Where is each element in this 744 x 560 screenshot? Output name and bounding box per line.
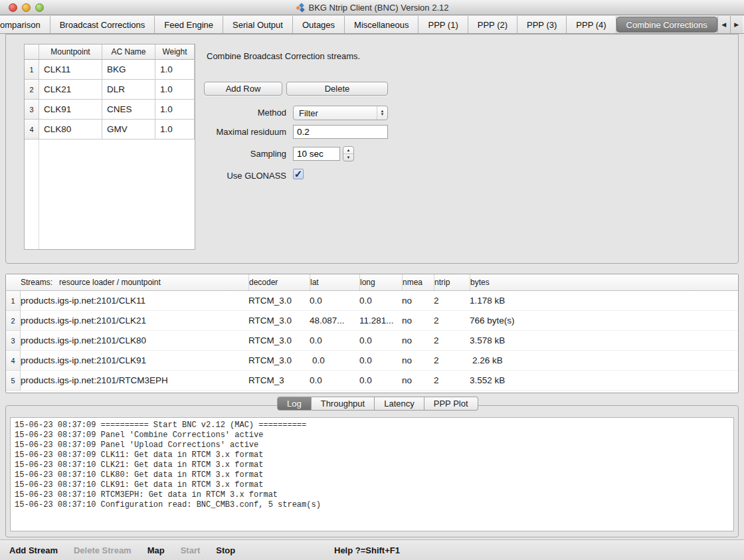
tab-latency[interactable]: Latency <box>375 397 424 411</box>
header-nmea: nmea <box>402 274 434 290</box>
add-stream-button[interactable]: Add Stream <box>9 545 58 555</box>
method-select[interactable]: Filter ▲▼ <box>293 106 388 120</box>
tab-ppp-1[interactable]: PPP (1) <box>418 16 468 33</box>
mountpoint-table[interactable]: Mountpoint AC Name Weight 1 CLK11 BKG 1.… <box>24 44 195 250</box>
cell-nmea: no <box>402 331 434 351</box>
panel-description: Combine Broadcast Correction streams. <box>207 51 360 61</box>
sampling-stepper[interactable]: ▲ ▼ <box>343 146 354 161</box>
sampling-input[interactable] <box>293 147 340 161</box>
header-ntrip: ntrip <box>434 274 470 290</box>
log-line: 15-06-23 08:37:09 ========== Start BNC v… <box>15 420 733 430</box>
use-glonass-checkbox[interactable]: ✓ <box>293 169 304 179</box>
cell-mountpoint[interactable]: CLK91 <box>39 100 102 120</box>
row-number: 3 <box>25 100 39 120</box>
corner-header-cell <box>6 274 21 290</box>
log-line: 15-06-23 08:37:10 CLK80: Get data in RTC… <box>15 470 733 480</box>
tab-outages[interactable]: Outages <box>293 16 345 33</box>
stepper-down-icon[interactable]: ▼ <box>343 154 353 161</box>
cell-bytes: 3.552 kB <box>470 371 738 391</box>
scroll-left-icon: ◀ <box>721 21 726 28</box>
cell-ac-name[interactable]: GMV <box>102 120 155 140</box>
log-tab-bar: Log Throughput Latency PPP Plot <box>277 397 478 411</box>
cell-decoder: RTCM_3 <box>248 371 310 391</box>
tab-throughput[interactable]: Throughput <box>312 397 375 411</box>
cell-lat: 0.0 <box>310 371 359 391</box>
header-mountpoint: Streams: resource loader / mountpoint <box>21 274 248 290</box>
tab-feed-engine[interactable]: Feed Engine <box>155 16 223 33</box>
cell-long: 0.0 <box>359 331 402 351</box>
stream-row[interactable]: 3 products.igs-ip.net:2101/CLK80 RTCM_3.… <box>6 331 738 351</box>
cell-mountpoint[interactable]: CLK80 <box>39 120 102 140</box>
cell-nmea: no <box>402 351 434 371</box>
sampling-label: Sampling <box>165 149 286 159</box>
streams-table-header: Streams: resource loader / mountpoint de… <box>6 274 738 291</box>
stream-row[interactable]: 1 products.igs-ip.net:2101/CLK11 RTCM_3.… <box>6 291 738 311</box>
row-number: 2 <box>25 80 39 100</box>
tab-serial-output[interactable]: Serial Output <box>223 16 293 33</box>
cell-ac-name[interactable]: DLR <box>102 80 155 100</box>
cell-nmea: no <box>402 291 434 311</box>
cell-nmea: no <box>402 311 434 331</box>
cell-mountpoint: products.igs-ip.net:2101/CLK21 <box>21 311 248 331</box>
cell-nmea: no <box>402 371 434 391</box>
log-panel: 15-06-23 08:37:09 ========== Start BNC v… <box>5 405 739 537</box>
cell-weight[interactable]: 1.0 <box>155 80 195 100</box>
table-row[interactable]: 2 CLK21 DLR 1.0 <box>25 80 195 100</box>
header-ac-name: AC Name <box>102 45 155 60</box>
cell-ac-name[interactable]: CNES <box>102 100 155 120</box>
cell-decoder: RTCM_3.0 <box>248 331 310 351</box>
bottom-toolbar: Add Stream Delete Stream Map Start Stop … <box>0 539 744 560</box>
add-row-button[interactable]: Add Row <box>204 82 282 96</box>
tab-combine-corrections[interactable]: Combine Corrections <box>616 17 717 33</box>
use-glonass-label: Use GLONASS <box>165 171 286 181</box>
log-line: 15-06-23 08:37:10 CLK91: Get data in RTC… <box>15 480 733 490</box>
app-icon <box>296 3 306 13</box>
method-label: Method <box>165 108 286 118</box>
maximal-residuum-input[interactable] <box>293 125 388 139</box>
log-view[interactable]: 15-06-23 08:37:09 ========== Start BNC v… <box>10 417 734 531</box>
cell-bytes: 766 byte(s) <box>470 311 738 331</box>
tab-scroll-left-button[interactable]: ◀ <box>717 16 730 33</box>
stream-row[interactable]: 2 products.igs-ip.net:2101/CLK21 RTCM_3.… <box>6 311 738 331</box>
map-button[interactable]: Map <box>147 545 165 555</box>
combine-corrections-panel: Mountpoint AC Name Weight 1 CLK11 BKG 1.… <box>5 34 739 264</box>
row-number-strip <box>25 140 39 249</box>
row-number: 1 <box>6 291 21 311</box>
delete-button[interactable]: Delete <box>286 82 388 96</box>
cell-weight[interactable]: 1.0 <box>155 60 195 80</box>
tab-ppp-3[interactable]: PPP (3) <box>517 16 567 33</box>
tab-broadcast-corrections[interactable]: Broadcast Corrections <box>50 16 155 33</box>
table-row[interactable]: 1 CLK11 BKG 1.0 <box>25 60 195 80</box>
header-long: long <box>359 274 402 290</box>
stream-row[interactable]: 5 products.igs-ip.net:2101/RTCM3EPH RTCM… <box>6 371 738 391</box>
stop-button[interactable]: Stop <box>216 545 235 555</box>
maximal-residuum-label: Maximal residuum <box>165 127 286 137</box>
cell-long: 0.0 <box>359 371 402 391</box>
tab-ppp-plot[interactable]: PPP Plot <box>424 397 478 411</box>
cell-ntrip: 2 <box>434 291 470 311</box>
cell-ntrip: 2 <box>434 331 470 351</box>
corner-header-cell <box>25 45 39 60</box>
tab-miscellaneous[interactable]: Miscellaneous <box>345 16 418 33</box>
cell-long: 0.0 <box>359 291 402 311</box>
tab-ppp-2[interactable]: PPP (2) <box>468 16 517 33</box>
streams-table: Streams: resource loader / mountpoint de… <box>5 274 739 393</box>
cell-ntrip: 2 <box>434 311 470 331</box>
tab-ppp-4[interactable]: PPP (4) <box>567 16 616 33</box>
tab-scroll-right-button[interactable]: ▶ <box>730 16 743 33</box>
stream-row[interactable]: 4 products.igs-ip.net:2101/CLK91 RTCM_3.… <box>6 351 738 371</box>
cell-ac-name[interactable]: BKG <box>102 60 155 80</box>
cell-bytes: 2.26 kB <box>470 351 738 371</box>
cell-mountpoint[interactable]: CLK21 <box>39 80 102 100</box>
stepper-up-icon[interactable]: ▲ <box>343 147 353 154</box>
window-titlebar: BKG Ntrip Client (BNC) Version 2.12 <box>0 0 744 15</box>
tab-bar: omparison Broadcast Corrections Feed Eng… <box>0 16 744 34</box>
row-number: 1 <box>25 60 39 80</box>
cell-lat: 0.0 <box>310 291 359 311</box>
start-button: Start <box>181 545 201 555</box>
tab-comparison[interactable]: omparison <box>0 16 50 33</box>
cell-mountpoint[interactable]: CLK11 <box>39 60 102 80</box>
log-line: 15-06-23 08:37:10 CLK21: Get data in RTC… <box>15 460 733 470</box>
cell-bytes: 3.578 kB <box>470 331 738 351</box>
tab-log[interactable]: Log <box>277 397 312 411</box>
